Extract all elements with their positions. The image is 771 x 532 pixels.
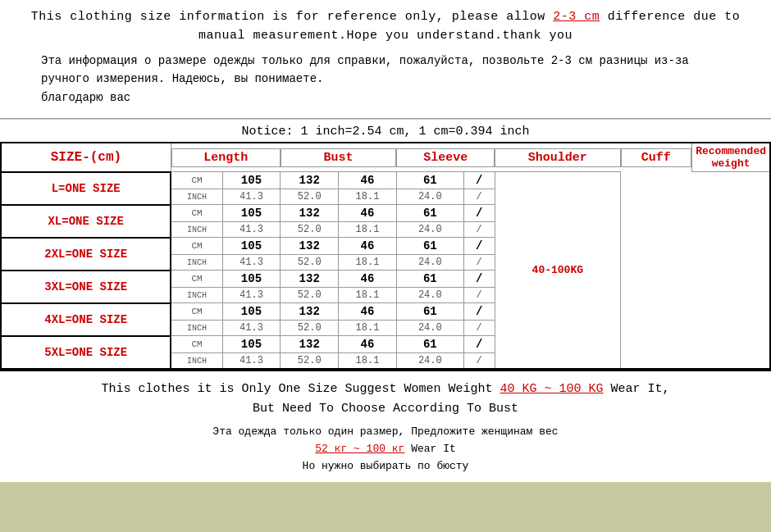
val-cuff-3xl-inch: / [463, 288, 495, 303]
val-bust-5xl-cm: 132 [281, 336, 339, 353]
val-length-2xl-inch: 41.3 [222, 255, 281, 271]
val-sleeve-2xl-cm: 46 [339, 238, 397, 255]
footer-russian-line3: Но нужно выбирать по бюсту [303, 460, 469, 472]
size-label-xl: XL=ONE SIZE [48, 215, 123, 228]
size-label-3xl: 3XL=ONE SIZE [44, 280, 127, 293]
val-length-xl-cm: 105 [222, 205, 281, 222]
val-bust-4xl-inch: 52.0 [281, 321, 339, 336]
footer-line1-before-red: This clothes it is Only One Size Suggest… [101, 382, 500, 396]
val-sleeve-3xl-cm: 46 [339, 271, 397, 288]
size-table: SIZE-(cm) Length Bust [0, 142, 771, 370]
val-bust-xl-inch: 52.0 [281, 222, 339, 238]
val-length-3xl-inch: 41.3 [222, 288, 281, 303]
val-cuff-2xl-inch: / [463, 255, 495, 271]
val-bust-l-inch: 52.0 [281, 189, 339, 205]
unit-cm: CM [171, 205, 222, 222]
val-bust-5xl-inch: 52.0 [281, 353, 339, 370]
main-container: This clothing size information is for re… [0, 0, 771, 482]
unit-cm: CM [171, 336, 222, 353]
table-row: 4XL=ONE SIZE CM 105 132 46 61 / [1, 303, 770, 321]
val-sleeve-3xl-inch: 18.1 [339, 288, 397, 303]
unit-inch: INCH [171, 189, 222, 205]
table-row: 2XL=ONE SIZE CM 105 132 46 61 / [1, 238, 770, 255]
val-cuff-2xl-cm: / [463, 238, 495, 255]
val-bust-3xl-inch: 52.0 [281, 288, 339, 303]
val-sleeve-4xl-cm: 46 [339, 303, 397, 321]
table-row: L=ONE SIZE CM 105 132 46 61 / 40-100KG [1, 172, 770, 189]
val-sleeve-2xl-inch: 18.1 [339, 255, 397, 271]
col-header-bust: Bust [281, 148, 396, 166]
val-sleeve-xl-inch: 18.1 [339, 222, 397, 238]
header-red-text: 2-3 cm [553, 10, 600, 24]
unit-inch: INCH [171, 255, 222, 271]
size-label-5xl: 5XL=ONE SIZE [44, 346, 127, 359]
russian-header-text: Эта информация о размере одежды только д… [25, 45, 746, 113]
val-bust-2xl-cm: 132 [281, 238, 339, 255]
val-length-4xl-inch: 41.3 [222, 321, 281, 336]
notice-bar: Notice: 1 inch=2.54 cm, 1 cm=0.394 inch [0, 119, 771, 142]
col-header-size: SIZE-(cm) [1, 143, 171, 172]
unit-inch: INCH [171, 353, 222, 370]
val-length-xl-inch: 41.3 [222, 222, 281, 238]
unit-inch: INCH [171, 288, 222, 303]
val-sleeve-xl-cm: 46 [339, 205, 397, 222]
table-row: 3XL=ONE SIZE CM 105 132 46 61 / [1, 271, 770, 288]
footer-line1-after-red: Wear It, [604, 382, 670, 396]
table-row: 5XL=ONE SIZE CM 105 132 46 61 / [1, 336, 770, 353]
col-header-shoulder: Shoulder [495, 148, 620, 166]
table-row: XL=ONE SIZE CM 105 132 46 61 / [1, 205, 770, 222]
size-label-4xl: 4XL=ONE SIZE [44, 313, 127, 326]
val-shoulder-2xl-inch: 24.0 [396, 255, 463, 271]
footer-section: This clothes it is Only One Size Suggest… [0, 370, 771, 481]
header-section: This clothing size information is for re… [0, 0, 771, 119]
footer-red-weight: 40 KG ~ 100 KG [500, 382, 604, 396]
val-bust-3xl-cm: 132 [281, 271, 339, 288]
val-cuff-4xl-inch: / [463, 321, 495, 336]
notice-text: Notice: 1 inch=2.54 cm, 1 cm=0.394 inch [241, 125, 529, 139]
col-header-cuff: Cuff [621, 148, 691, 166]
val-cuff-l-inch: / [463, 189, 495, 205]
val-shoulder-l-cm: 61 [396, 172, 463, 189]
val-shoulder-3xl-cm: 61 [396, 271, 463, 288]
val-bust-xl-cm: 132 [281, 205, 339, 222]
val-cuff-5xl-inch: / [463, 353, 495, 370]
val-length-4xl-cm: 105 [222, 303, 281, 321]
val-shoulder-4xl-inch: 24.0 [396, 321, 463, 336]
footer-russian-line2: Wear It [404, 443, 455, 455]
col-header-length: Length [171, 148, 280, 166]
val-cuff-l-cm: / [463, 172, 495, 189]
val-bust-4xl-cm: 132 [281, 303, 339, 321]
col-header-sleeve: Sleeve [397, 148, 495, 166]
unit-inch: INCH [171, 321, 222, 336]
val-cuff-5xl-cm: / [463, 336, 495, 353]
val-length-l-inch: 41.3 [222, 189, 281, 205]
val-shoulder-3xl-inch: 24.0 [396, 288, 463, 303]
unit-cm: CM [171, 238, 222, 255]
val-cuff-3xl-cm: / [463, 271, 495, 288]
val-shoulder-l-inch: 24.0 [396, 189, 463, 205]
footer-line2: But Need To Choose According To Bust [253, 402, 518, 416]
size-label-2xl: 2XL=ONE SIZE [44, 248, 127, 261]
val-shoulder-2xl-cm: 61 [396, 238, 463, 255]
val-shoulder-5xl-cm: 61 [396, 336, 463, 353]
unit-cm: CM [171, 271, 222, 288]
val-length-5xl-inch: 41.3 [222, 353, 281, 370]
val-bust-2xl-inch: 52.0 [281, 255, 339, 271]
footer-russian-text: Эта одежда только один размер, Предложит… [16, 424, 755, 475]
val-sleeve-l-cm: 46 [339, 172, 397, 189]
val-length-3xl-cm: 105 [222, 271, 281, 288]
unit-inch: INCH [171, 222, 222, 238]
val-shoulder-5xl-inch: 24.0 [396, 353, 463, 370]
footer-russian-line1: Эта одежда только один размер, Предложит… [212, 425, 558, 438]
val-cuff-xl-cm: / [463, 205, 495, 222]
footer-main-text: This clothes it is Only One Size Suggest… [16, 380, 755, 419]
val-bust-l-cm: 132 [281, 172, 339, 189]
size-label-l: L=ONE SIZE [52, 182, 121, 195]
rec-weight-cell: 40-100KG [495, 172, 620, 370]
val-shoulder-4xl-cm: 61 [396, 303, 463, 321]
val-length-5xl-cm: 105 [222, 336, 281, 353]
unit-cm: CM [171, 172, 222, 189]
header-line1-before-red: This clothing size information is for re… [31, 10, 554, 24]
val-sleeve-5xl-inch: 18.1 [339, 353, 397, 370]
val-cuff-4xl-cm: / [463, 303, 495, 321]
